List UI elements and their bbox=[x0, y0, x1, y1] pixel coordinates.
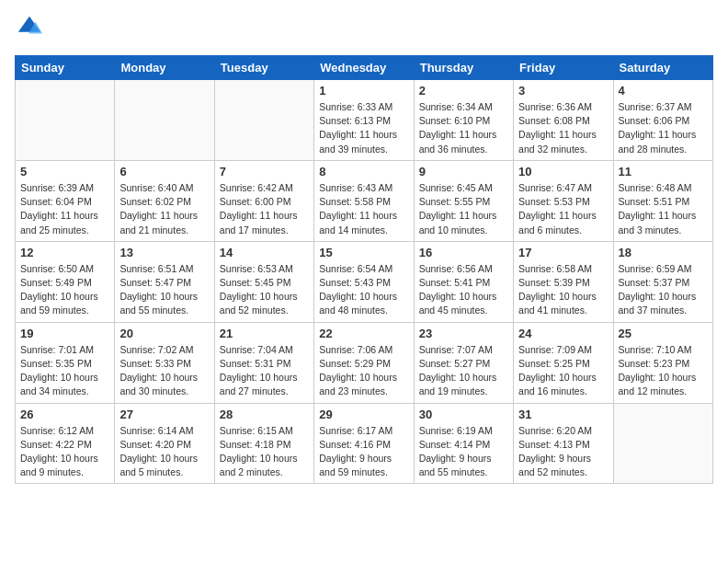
calendar-cell: 13Sunrise: 6:51 AM Sunset: 5:47 PM Dayli… bbox=[115, 241, 214, 322]
calendar-cell: 23Sunrise: 7:07 AM Sunset: 5:27 PM Dayli… bbox=[414, 322, 513, 403]
calendar-cell: 30Sunrise: 6:19 AM Sunset: 4:14 PM Dayli… bbox=[414, 403, 513, 484]
day-number: 16 bbox=[419, 246, 508, 259]
weekday-header-tuesday: Tuesday bbox=[214, 56, 313, 80]
day-number: 6 bbox=[119, 165, 209, 178]
day-number: 26 bbox=[20, 408, 109, 421]
day-number: 13 bbox=[119, 246, 209, 259]
day-info: Sunrise: 6:50 AM Sunset: 5:49 PM Dayligh… bbox=[20, 262, 109, 318]
day-number: 23 bbox=[419, 327, 508, 340]
day-number: 4 bbox=[619, 84, 708, 98]
calendar-cell: 16Sunrise: 6:56 AM Sunset: 5:41 PM Dayli… bbox=[414, 241, 513, 322]
day-number: 28 bbox=[220, 408, 309, 421]
day-number: 2 bbox=[419, 84, 508, 98]
calendar-cell: 26Sunrise: 6:12 AM Sunset: 4:22 PM Dayli… bbox=[16, 403, 115, 484]
day-info: Sunrise: 6:51 AM Sunset: 5:47 PM Dayligh… bbox=[119, 262, 209, 318]
day-info: Sunrise: 7:02 AM Sunset: 5:33 PM Dayligh… bbox=[119, 343, 209, 399]
calendar-cell: 9Sunrise: 6:45 AM Sunset: 5:55 PM Daylig… bbox=[414, 160, 513, 241]
day-number: 5 bbox=[20, 165, 109, 178]
calendar-cell: 14Sunrise: 6:53 AM Sunset: 5:45 PM Dayli… bbox=[214, 241, 313, 322]
calendar-cell: 20Sunrise: 7:02 AM Sunset: 5:33 PM Dayli… bbox=[115, 322, 214, 403]
day-number: 27 bbox=[119, 408, 209, 421]
day-info: Sunrise: 6:47 AM Sunset: 5:53 PM Dayligh… bbox=[518, 181, 608, 237]
calendar-cell: 27Sunrise: 6:14 AM Sunset: 4:20 PM Dayli… bbox=[115, 403, 214, 484]
day-number: 17 bbox=[518, 246, 608, 259]
logo-icon bbox=[17, 15, 42, 40]
calendar-cell: 21Sunrise: 7:04 AM Sunset: 5:31 PM Dayli… bbox=[214, 322, 313, 403]
day-number: 8 bbox=[319, 165, 408, 178]
day-number: 18 bbox=[619, 246, 708, 259]
day-info: Sunrise: 6:58 AM Sunset: 5:39 PM Dayligh… bbox=[518, 262, 608, 318]
calendar-week-row: 12Sunrise: 6:50 AM Sunset: 5:49 PM Dayli… bbox=[16, 241, 713, 322]
calendar-cell: 24Sunrise: 7:09 AM Sunset: 5:25 PM Dayli… bbox=[514, 322, 613, 403]
calendar-cell: 5Sunrise: 6:39 AM Sunset: 6:04 PM Daylig… bbox=[16, 160, 115, 241]
calendar-cell: 15Sunrise: 6:54 AM Sunset: 5:43 PM Dayli… bbox=[314, 241, 414, 322]
day-info: Sunrise: 6:53 AM Sunset: 5:45 PM Dayligh… bbox=[220, 262, 309, 318]
day-number: 20 bbox=[119, 327, 209, 340]
calendar-cell bbox=[115, 80, 214, 161]
calendar-cell: 19Sunrise: 7:01 AM Sunset: 5:35 PM Dayli… bbox=[16, 322, 115, 403]
calendar-cell: 18Sunrise: 6:59 AM Sunset: 5:37 PM Dayli… bbox=[613, 241, 712, 322]
day-info: Sunrise: 6:42 AM Sunset: 6:00 PM Dayligh… bbox=[220, 181, 309, 237]
day-number: 22 bbox=[319, 327, 408, 340]
day-number: 25 bbox=[619, 327, 708, 340]
calendar-cell: 22Sunrise: 7:06 AM Sunset: 5:29 PM Dayli… bbox=[314, 322, 414, 403]
day-info: Sunrise: 6:40 AM Sunset: 6:02 PM Dayligh… bbox=[119, 181, 209, 237]
page-header bbox=[15, 15, 713, 44]
day-number: 12 bbox=[20, 246, 109, 259]
day-info: Sunrise: 7:06 AM Sunset: 5:29 PM Dayligh… bbox=[319, 343, 408, 399]
calendar-cell: 28Sunrise: 6:15 AM Sunset: 4:18 PM Dayli… bbox=[214, 403, 313, 484]
calendar-cell: 10Sunrise: 6:47 AM Sunset: 5:53 PM Dayli… bbox=[514, 160, 613, 241]
day-number: 15 bbox=[319, 246, 408, 259]
day-number: 31 bbox=[518, 408, 608, 421]
day-info: Sunrise: 6:39 AM Sunset: 6:04 PM Dayligh… bbox=[20, 181, 109, 237]
weekday-header-saturday: Saturday bbox=[613, 56, 712, 80]
calendar-cell: 11Sunrise: 6:48 AM Sunset: 5:51 PM Dayli… bbox=[613, 160, 712, 241]
day-number: 1 bbox=[319, 84, 408, 98]
day-info: Sunrise: 6:12 AM Sunset: 4:22 PM Dayligh… bbox=[20, 424, 109, 480]
day-number: 14 bbox=[220, 246, 309, 259]
day-info: Sunrise: 7:01 AM Sunset: 5:35 PM Dayligh… bbox=[20, 343, 109, 399]
day-info: Sunrise: 6:20 AM Sunset: 4:13 PM Dayligh… bbox=[518, 424, 608, 480]
day-info: Sunrise: 7:09 AM Sunset: 5:25 PM Dayligh… bbox=[518, 343, 608, 399]
calendar-cell: 3Sunrise: 6:36 AM Sunset: 6:08 PM Daylig… bbox=[514, 80, 613, 161]
day-info: Sunrise: 6:45 AM Sunset: 5:55 PM Dayligh… bbox=[419, 181, 508, 237]
calendar-cell: 12Sunrise: 6:50 AM Sunset: 5:49 PM Dayli… bbox=[16, 241, 115, 322]
calendar-table: SundayMondayTuesdayWednesdayThursdayFrid… bbox=[15, 55, 713, 484]
day-info: Sunrise: 6:36 AM Sunset: 6:08 PM Dayligh… bbox=[518, 100, 608, 156]
day-info: Sunrise: 6:17 AM Sunset: 4:16 PM Dayligh… bbox=[319, 424, 408, 480]
weekday-header-sunday: Sunday bbox=[16, 56, 115, 80]
calendar-cell bbox=[16, 80, 115, 161]
day-info: Sunrise: 6:48 AM Sunset: 5:51 PM Dayligh… bbox=[619, 181, 708, 237]
calendar-cell: 7Sunrise: 6:42 AM Sunset: 6:00 PM Daylig… bbox=[214, 160, 313, 241]
calendar-cell bbox=[214, 80, 313, 161]
weekday-header-monday: Monday bbox=[115, 56, 214, 80]
calendar-week-row: 1Sunrise: 6:33 AM Sunset: 6:13 PM Daylig… bbox=[16, 80, 713, 161]
day-info: Sunrise: 6:43 AM Sunset: 5:58 PM Dayligh… bbox=[319, 181, 408, 237]
calendar-cell: 31Sunrise: 6:20 AM Sunset: 4:13 PM Dayli… bbox=[514, 403, 613, 484]
day-info: Sunrise: 6:15 AM Sunset: 4:18 PM Dayligh… bbox=[220, 424, 309, 480]
day-info: Sunrise: 6:33 AM Sunset: 6:13 PM Dayligh… bbox=[319, 100, 408, 156]
calendar-cell: 25Sunrise: 7:10 AM Sunset: 5:23 PM Dayli… bbox=[613, 322, 712, 403]
calendar-cell: 8Sunrise: 6:43 AM Sunset: 5:58 PM Daylig… bbox=[314, 160, 414, 241]
calendar-cell: 2Sunrise: 6:34 AM Sunset: 6:10 PM Daylig… bbox=[414, 80, 513, 161]
day-number: 30 bbox=[419, 408, 508, 421]
calendar-week-row: 19Sunrise: 7:01 AM Sunset: 5:35 PM Dayli… bbox=[16, 322, 713, 403]
logo bbox=[15, 15, 42, 44]
day-number: 9 bbox=[419, 165, 508, 178]
day-info: Sunrise: 6:34 AM Sunset: 6:10 PM Dayligh… bbox=[419, 100, 508, 156]
day-info: Sunrise: 7:10 AM Sunset: 5:23 PM Dayligh… bbox=[619, 343, 708, 399]
day-info: Sunrise: 6:14 AM Sunset: 4:20 PM Dayligh… bbox=[119, 424, 209, 480]
day-info: Sunrise: 6:54 AM Sunset: 5:43 PM Dayligh… bbox=[319, 262, 408, 318]
weekday-header-thursday: Thursday bbox=[414, 56, 513, 80]
weekday-header-wednesday: Wednesday bbox=[314, 56, 414, 80]
calendar-cell: 1Sunrise: 6:33 AM Sunset: 6:13 PM Daylig… bbox=[314, 80, 414, 161]
day-number: 7 bbox=[220, 165, 309, 178]
weekday-header-row: SundayMondayTuesdayWednesdayThursdayFrid… bbox=[16, 56, 713, 80]
weekday-header-friday: Friday bbox=[514, 56, 613, 80]
calendar-cell: 4Sunrise: 6:37 AM Sunset: 6:06 PM Daylig… bbox=[613, 80, 712, 161]
calendar-cell: 6Sunrise: 6:40 AM Sunset: 6:02 PM Daylig… bbox=[115, 160, 214, 241]
calendar-cell bbox=[613, 403, 712, 484]
day-number: 10 bbox=[518, 165, 608, 178]
day-info: Sunrise: 6:59 AM Sunset: 5:37 PM Dayligh… bbox=[619, 262, 708, 318]
day-info: Sunrise: 7:07 AM Sunset: 5:27 PM Dayligh… bbox=[419, 343, 508, 399]
